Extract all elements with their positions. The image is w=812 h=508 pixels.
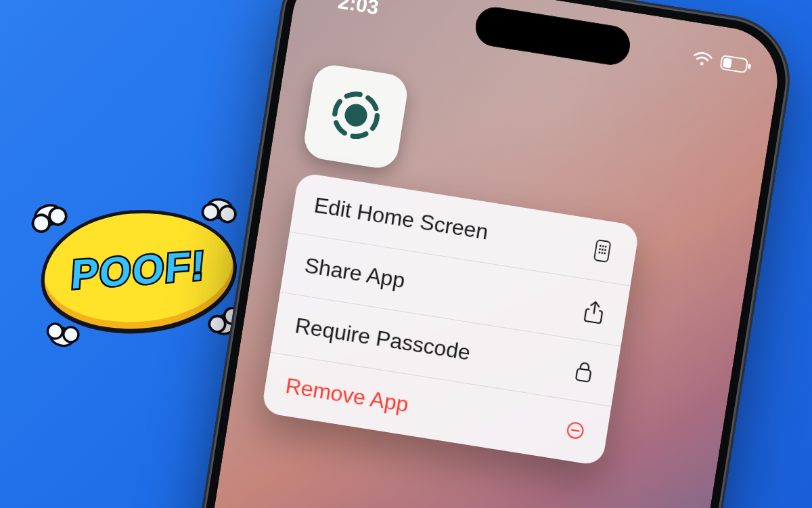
minus-circle-icon (564, 419, 590, 445)
svg-point-9 (599, 248, 601, 250)
svg-point-12 (598, 251, 600, 253)
share-icon (583, 298, 609, 324)
svg-point-11 (604, 249, 606, 251)
battery-icon (719, 55, 752, 75)
app-context-menu: Edit Home Screen (261, 172, 640, 466)
poof-sticker: POOF! (37, 203, 241, 339)
svg-point-8 (605, 245, 607, 247)
status-time: 2:03 (336, 0, 380, 19)
svg-point-3 (343, 102, 369, 128)
wifi-icon (692, 49, 714, 68)
dynamic-island (473, 5, 633, 68)
svg-point-10 (602, 248, 604, 250)
svg-point-13 (601, 251, 603, 253)
svg-rect-2 (748, 64, 751, 70)
lock-icon (573, 358, 600, 385)
svg-rect-5 (594, 240, 610, 262)
svg-point-6 (600, 245, 602, 247)
svg-rect-1 (723, 58, 732, 68)
apps-grid-icon (592, 238, 618, 264)
svg-point-7 (602, 245, 604, 247)
app-icon[interactable] (302, 62, 410, 171)
svg-point-14 (604, 252, 606, 254)
app-glyph-icon (320, 79, 392, 153)
poof-text: POOF! (70, 242, 208, 298)
